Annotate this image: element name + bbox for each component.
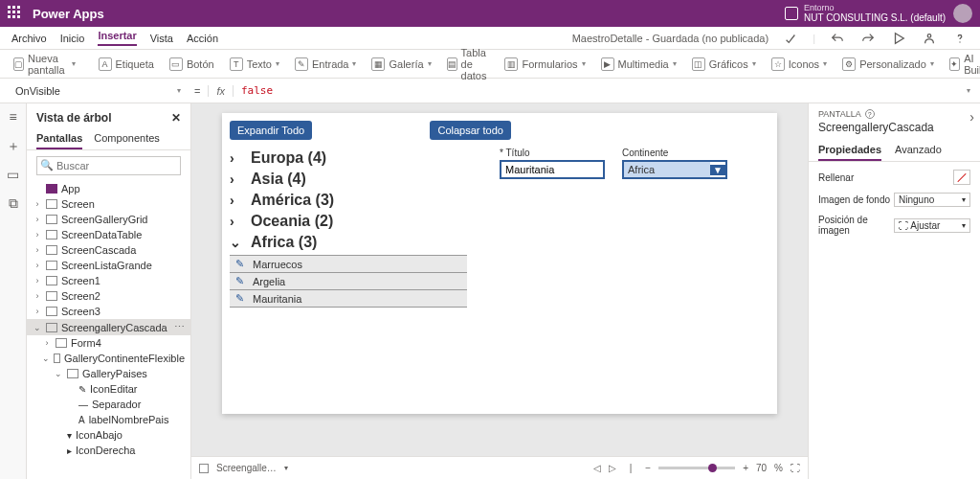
tree-screen-selected[interactable]: ⌄ScreengalleryCascada⋯ [27, 319, 190, 335]
imagepos-select[interactable]: ⛶ Ajustar▾ [894, 218, 970, 233]
ribbon: ▢Nueva pantalla▾ AEtiqueta ▭Botón TTexto… [0, 50, 980, 79]
tree-screen[interactable]: ›ScreenListaGrande [27, 258, 190, 273]
undo-icon[interactable] [829, 30, 846, 47]
edit-icon[interactable]: ✎ [235, 275, 247, 287]
edit-icon[interactable]: ✎ [235, 292, 247, 305]
tab-componentes[interactable]: Componentes [94, 128, 160, 149]
properties-panel: › PANTALLA? ScreengalleryCascada Propied… [808, 103, 980, 479]
tree-screen[interactable]: ›ScreenCascada [27, 242, 190, 258]
formula-value[interactable]: false [241, 84, 959, 97]
forms-button[interactable]: ▥Formularios▾ [499, 54, 590, 75]
gallery-button[interactable]: ▦Galería▾ [366, 54, 436, 75]
country-row[interactable]: ✎Argelia [230, 273, 467, 290]
custom-button[interactable]: ⚙Personalizado▾ [836, 54, 940, 75]
tree-item[interactable]: —Separador [27, 397, 190, 412]
tree-item[interactable]: ✎IconEditar [27, 381, 190, 397]
collapse-all-button[interactable]: Colapsar todo [430, 121, 511, 140]
tree-search[interactable]: 🔍 [36, 156, 181, 175]
chevron-down-icon: ▼ [710, 165, 725, 175]
country-row[interactable]: ✎Mauritania [230, 290, 467, 308]
button-button[interactable]: ▭Botón [164, 54, 220, 75]
tree-item[interactable]: ▸IconDerecha [27, 443, 190, 458]
datatable-button[interactable]: ▤Tabla de datos [441, 43, 496, 85]
continent-row[interactable]: ›América (3) [230, 190, 769, 211]
icons-button[interactable]: ☆Iconos▾ [766, 54, 833, 75]
tree-app[interactable]: App [27, 181, 190, 196]
search-input[interactable] [36, 156, 181, 175]
tree-item[interactable]: ▾IconAbajo [27, 427, 190, 443]
menu-insertar[interactable]: Insertar [98, 30, 136, 46]
insert-icon[interactable]: ＋ [6, 138, 21, 153]
title-input[interactable] [500, 160, 605, 179]
save-status: MaestroDetalle - Guardada (no publicada) [572, 33, 768, 44]
close-tree-icon[interactable]: ✕ [171, 111, 181, 125]
bgimage-select[interactable]: Ninguno▾ [894, 193, 970, 207]
zoom-value: 70 [756, 463, 767, 473]
tree-screen[interactable]: ›ScreenGalleryGrid [27, 212, 190, 227]
countries-list: ✎Marruecos✎Argelia✎Mauritania [230, 255, 467, 308]
environment-picker[interactable]: Entorno NUT CONSULTING S.L. (default) [785, 4, 946, 24]
status-bar: Screengalle… ▾ ◁ ▷ | − + 70 % ⛶ [191, 456, 808, 479]
zoom-slider[interactable] [658, 467, 735, 469]
tab-avanzado[interactable]: Avanzado [895, 140, 942, 161]
data-icon[interactable]: ▭ [6, 167, 21, 182]
next-screen-icon[interactable]: ▷ [609, 463, 616, 473]
tree-view-icon[interactable]: ≡ [6, 109, 21, 125]
app-launcher-icon[interactable] [8, 6, 23, 21]
edit-icon[interactable]: ✎ [235, 258, 247, 270]
prev-screen-icon[interactable]: ◁ [593, 463, 601, 473]
chevron-down-icon[interactable]: ▾ [284, 464, 288, 472]
menu-accion[interactable]: Acción [187, 33, 218, 44]
tree-item[interactable]: ›Form4 [27, 335, 190, 351]
help-icon[interactable] [951, 30, 969, 47]
equals-sign: = [194, 85, 200, 97]
app-checker-icon[interactable] [782, 30, 799, 47]
charts-button[interactable]: ◫Gráficos▾ [686, 54, 762, 75]
tree-item[interactable]: ⌄GalleryPaises [27, 366, 190, 381]
prop-fill: Rellenar [818, 170, 970, 185]
tree-screen[interactable]: ›Screen1 [27, 273, 190, 288]
aibuilder-button[interactable]: ✦AI Builder▾ [944, 49, 980, 80]
continent-select[interactable]: Africa▼ [622, 160, 727, 179]
input-button[interactable]: ✎Entrada▾ [289, 54, 363, 75]
menu-vista[interactable]: Vista [150, 33, 173, 44]
screen-name[interactable]: Screengalle… [216, 463, 277, 473]
zoom-in-icon[interactable]: + [743, 463, 748, 473]
country-row[interactable]: ✎Marruecos [230, 256, 467, 273]
detail-form: * Título Continente Africa▼ [500, 148, 727, 179]
redo-icon[interactable] [859, 30, 877, 47]
text-button[interactable]: TTexto▾ [224, 54, 285, 75]
tree-screen[interactable]: ›Screen2 [27, 288, 190, 304]
menu-archivo[interactable]: Archivo [11, 33, 47, 44]
fx-icon[interactable]: fx [208, 85, 234, 97]
tab-pantallas[interactable]: Pantallas [36, 128, 82, 149]
label-button[interactable]: AEtiqueta [93, 54, 160, 75]
expand-formula-icon[interactable]: ▾ [967, 86, 970, 95]
canvas-area: Expandir Todo Colapsar todo ›Europa (4)›… [191, 103, 808, 479]
user-avatar[interactable] [953, 4, 972, 23]
tree-item[interactable]: AlabelNombrePais [27, 412, 190, 427]
tree-item[interactable]: ⌄GalleryContinenteFlexible [27, 351, 190, 366]
search-icon: 🔍 [40, 159, 54, 171]
property-select[interactable]: OnVisible▾ [10, 83, 187, 99]
media-button[interactable]: ▶Multimedia▾ [595, 54, 682, 75]
continent-row[interactable]: ›Oceania (2) [230, 211, 769, 232]
selected-name: ScreengalleryCascada [809, 121, 980, 140]
tree-screen[interactable]: ›Screen3 [27, 304, 190, 319]
tree-screen[interactable]: ›ScreenDataTable [27, 227, 190, 242]
media-icon[interactable]: ⧉ [6, 195, 21, 211]
share-icon[interactable] [921, 30, 938, 47]
play-icon[interactable] [890, 30, 907, 47]
tab-propiedades[interactable]: Propiedades [818, 140, 881, 161]
zoom-out-icon[interactable]: − [645, 463, 651, 473]
fit-icon[interactable]: ⛶ [791, 463, 800, 473]
canvas[interactable]: Expandir Todo Colapsar todo ›Europa (4)›… [222, 113, 777, 414]
tree-screen[interactable]: ›Screen [27, 196, 190, 212]
expand-all-button[interactable]: Expandir Todo [230, 121, 312, 140]
expand-panel-icon[interactable]: › [969, 109, 974, 125]
new-screen-button[interactable]: ▢Nueva pantalla▾ [8, 49, 81, 80]
tree-panel: Vista de árbol✕ Pantallas Componentes 🔍 … [27, 103, 191, 479]
color-picker[interactable] [953, 170, 970, 185]
menu-inicio[interactable]: Inicio [60, 33, 85, 44]
continent-row[interactable]: ⌄Africa (3) [230, 232, 769, 253]
